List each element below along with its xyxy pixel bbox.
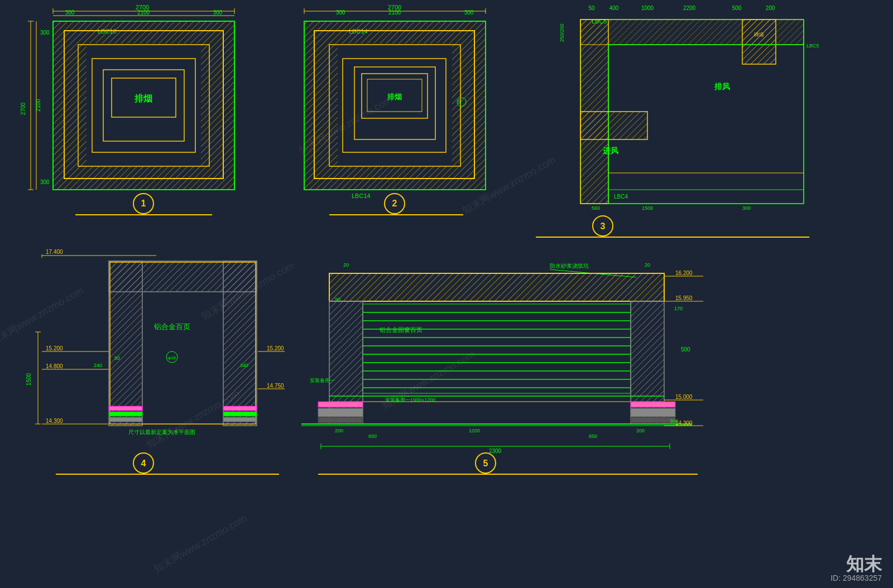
svg-text:LBC4: LBC4 xyxy=(614,194,628,200)
svg-text:2: 2 xyxy=(392,199,397,208)
svg-text:2300: 2300 xyxy=(489,448,502,454)
svg-text:400: 400 xyxy=(609,5,619,11)
svg-text:560: 560 xyxy=(592,205,600,211)
svg-text:LBC14: LBC14 xyxy=(352,192,371,199)
svg-text:20: 20 xyxy=(645,262,650,268)
svg-text:50: 50 xyxy=(588,5,595,11)
svg-text:1: 1 xyxy=(141,199,146,208)
svg-text:2100: 2100 xyxy=(35,99,41,112)
svg-text:240: 240 xyxy=(94,363,102,368)
svg-rect-159 xyxy=(318,402,363,407)
svg-text:300: 300 xyxy=(336,9,345,16)
svg-rect-138 xyxy=(329,273,664,301)
svg-text:50: 50 xyxy=(114,355,120,361)
svg-rect-161 xyxy=(318,417,363,423)
svg-rect-74 xyxy=(580,20,804,45)
svg-text:300: 300 xyxy=(213,9,223,16)
svg-text:250/200: 250/200 xyxy=(559,23,565,42)
svg-text:2100: 2100 xyxy=(137,9,150,16)
svg-text:200: 200 xyxy=(766,5,775,11)
svg-text:300: 300 xyxy=(40,179,50,185)
svg-text:200: 200 xyxy=(335,428,343,433)
svg-rect-78 xyxy=(580,112,647,139)
svg-rect-117 xyxy=(109,412,142,416)
svg-text:2200: 2200 xyxy=(683,5,696,11)
svg-text:650: 650 xyxy=(589,433,597,439)
svg-text:LBC5: LBC5 xyxy=(806,43,819,49)
svg-text:15.000: 15.000 xyxy=(675,394,693,400)
svg-text:5: 5 xyxy=(483,459,488,468)
svg-text:进风: 进风 xyxy=(602,146,618,155)
svg-text:防水砂浆浇筑坑: 防水砂浆浇筑坑 xyxy=(550,263,589,269)
svg-rect-162 xyxy=(631,402,675,407)
svg-text:300: 300 xyxy=(670,418,678,424)
svg-text:1000: 1000 xyxy=(641,5,654,11)
svg-text:650: 650 xyxy=(368,433,377,439)
svg-text:200: 200 xyxy=(636,428,645,433)
svg-text:20: 20 xyxy=(343,262,349,268)
svg-text:14.750: 14.750 xyxy=(267,383,284,389)
svg-text:340: 340 xyxy=(240,363,248,368)
svg-text:300: 300 xyxy=(40,30,50,36)
svg-text:16.200: 16.200 xyxy=(675,270,693,276)
svg-text:300: 300 xyxy=(464,9,474,16)
svg-text:φ18: φ18 xyxy=(168,355,176,360)
svg-text:1500: 1500 xyxy=(26,373,32,385)
svg-rect-121 xyxy=(223,417,257,422)
svg-rect-164 xyxy=(631,417,675,423)
svg-text:14.800: 14.800 xyxy=(46,363,63,369)
svg-text:排烟: 排烟 xyxy=(134,94,152,103)
svg-rect-116 xyxy=(109,406,142,411)
svg-text:15.200: 15.200 xyxy=(46,345,63,351)
svg-rect-163 xyxy=(631,408,675,417)
svg-text:15.200: 15.200 xyxy=(267,345,284,351)
svg-text:1500: 1500 xyxy=(642,205,653,211)
svg-text:17.400: 17.400 xyxy=(46,249,63,255)
svg-text:500: 500 xyxy=(681,346,690,353)
svg-rect-160 xyxy=(318,408,363,417)
cad-drawing: 2700 300 2100 300 2700 300 2100 300 LBC1… xyxy=(0,0,893,588)
svg-text:500: 500 xyxy=(732,5,742,11)
brand-id: ID: 294863257 xyxy=(830,573,882,582)
svg-rect-120 xyxy=(223,412,257,416)
svg-text:3: 3 xyxy=(601,221,606,231)
svg-text:铝合金固窗百页: 铝合金固窗百页 xyxy=(379,326,423,333)
svg-text:安装备用一: 安装备用一 xyxy=(310,378,335,383)
svg-text:知末网www.znzmo.com: 知末网www.znzmo.com xyxy=(0,285,85,347)
main-canvas: 2700 300 2100 300 2700 300 2100 300 LBC1… xyxy=(0,0,893,588)
svg-text:4: 4 xyxy=(141,459,146,468)
svg-text:300: 300 xyxy=(742,205,751,211)
svg-text:15.950: 15.950 xyxy=(675,295,693,301)
svg-text:知末网www.znzmo.com: 知末网www.znzmo.com xyxy=(152,512,249,575)
svg-text:300: 300 xyxy=(65,9,75,16)
svg-rect-111 xyxy=(109,261,257,292)
svg-text:铝合金百页: 铝合金百页 xyxy=(153,322,190,331)
svg-rect-118 xyxy=(109,417,142,422)
svg-text:14.300: 14.300 xyxy=(46,418,63,424)
svg-rect-140 xyxy=(363,304,631,393)
svg-text:排风: 排风 xyxy=(714,82,730,91)
svg-rect-119 xyxy=(223,406,257,411)
svg-text:1200: 1200 xyxy=(469,428,480,433)
svg-text:2700: 2700 xyxy=(20,102,26,115)
svg-text:2100: 2100 xyxy=(388,9,401,16)
svg-text:170: 170 xyxy=(674,306,683,311)
